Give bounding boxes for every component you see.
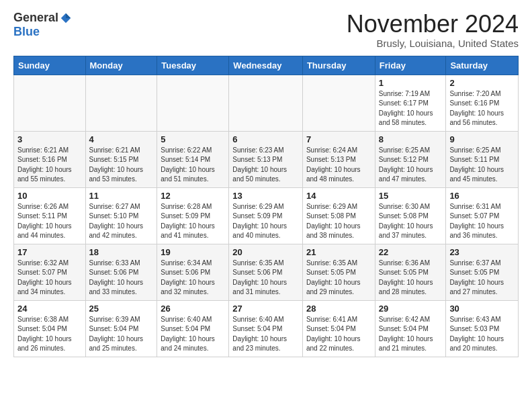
calendar-cell: 10Sunrise: 6:26 AMSunset: 5:11 PMDayligh… — [14, 187, 86, 244]
calendar-cell: 13Sunrise: 6:29 AMSunset: 5:09 PMDayligh… — [229, 187, 303, 244]
day-number: 26 — [161, 304, 225, 314]
calendar-cell: 14Sunrise: 6:29 AMSunset: 5:08 PMDayligh… — [302, 187, 375, 244]
day-number: 3 — [17, 134, 82, 144]
day-number: 13 — [232, 191, 299, 201]
day-info: Sunrise: 7:19 AMSunset: 6:17 PMDaylight:… — [379, 89, 443, 128]
day-number: 29 — [379, 304, 443, 314]
calendar-header-row: SundayMondayTuesdayWednesdayThursdayFrid… — [14, 56, 519, 75]
day-info: Sunrise: 6:25 AMSunset: 5:12 PMDaylight:… — [379, 146, 443, 185]
day-info: Sunrise: 6:27 AMSunset: 5:10 PMDaylight:… — [89, 202, 154, 241]
calendar-cell: 23Sunrise: 6:37 AMSunset: 5:05 PMDayligh… — [446, 244, 519, 300]
day-number: 10 — [17, 191, 82, 201]
calendar-cell: 18Sunrise: 6:33 AMSunset: 5:06 PMDayligh… — [85, 244, 157, 300]
day-info: Sunrise: 6:33 AMSunset: 5:06 PMDaylight:… — [89, 259, 154, 298]
day-info: Sunrise: 6:32 AMSunset: 5:07 PMDaylight:… — [17, 259, 82, 298]
day-number: 21 — [306, 247, 371, 257]
calendar-cell: 2Sunrise: 7:20 AMSunset: 6:16 PMDaylight… — [446, 75, 519, 131]
calendar-week-row: 17Sunrise: 6:32 AMSunset: 5:07 PMDayligh… — [14, 244, 519, 300]
calendar-cell: 24Sunrise: 6:38 AMSunset: 5:04 PMDayligh… — [14, 300, 86, 357]
calendar-cell: 29Sunrise: 6:42 AMSunset: 5:04 PMDayligh… — [375, 300, 446, 357]
day-info: Sunrise: 6:42 AMSunset: 5:04 PMDaylight:… — [379, 315, 443, 354]
day-number: 5 — [161, 134, 225, 144]
day-info: Sunrise: 6:35 AMSunset: 5:06 PMDaylight:… — [232, 259, 299, 298]
day-info: Sunrise: 6:24 AMSunset: 5:13 PMDaylight:… — [306, 146, 371, 185]
day-number: 11 — [89, 191, 154, 201]
day-info: Sunrise: 6:37 AMSunset: 5:05 PMDaylight:… — [449, 259, 515, 298]
calendar-week-row: 1Sunrise: 7:19 AMSunset: 6:17 PMDaylight… — [14, 75, 519, 131]
day-number: 25 — [89, 304, 154, 314]
day-info: Sunrise: 6:29 AMSunset: 5:09 PMDaylight:… — [232, 202, 299, 241]
day-number: 22 — [379, 247, 443, 257]
calendar-week-row: 3Sunrise: 6:21 AMSunset: 5:16 PMDaylight… — [14, 131, 519, 187]
calendar-cell: 28Sunrise: 6:41 AMSunset: 5:04 PMDayligh… — [302, 300, 375, 357]
day-info: Sunrise: 6:30 AMSunset: 5:08 PMDaylight:… — [379, 202, 443, 241]
logo-icon — [60, 12, 72, 24]
day-info: Sunrise: 6:29 AMSunset: 5:08 PMDaylight:… — [306, 202, 371, 241]
col-header-wednesday: Wednesday — [229, 56, 303, 75]
calendar-week-row: 24Sunrise: 6:38 AMSunset: 5:04 PMDayligh… — [14, 300, 519, 357]
calendar-cell: 4Sunrise: 6:21 AMSunset: 5:15 PMDaylight… — [85, 131, 157, 187]
day-number: 14 — [306, 191, 371, 201]
calendar-cell — [302, 75, 375, 131]
calendar-cell: 3Sunrise: 6:21 AMSunset: 5:16 PMDaylight… — [14, 131, 86, 187]
calendar-cell — [229, 75, 303, 131]
calendar-cell — [157, 75, 229, 131]
day-number: 24 — [17, 304, 82, 314]
calendar-cell: 7Sunrise: 6:24 AMSunset: 5:13 PMDaylight… — [302, 131, 375, 187]
col-header-saturday: Saturday — [446, 56, 519, 75]
calendar-cell: 27Sunrise: 6:40 AMSunset: 5:04 PMDayligh… — [229, 300, 303, 357]
svg-marker-1 — [66, 13, 71, 17]
day-info: Sunrise: 6:28 AMSunset: 5:09 PMDaylight:… — [161, 202, 225, 241]
calendar-cell: 8Sunrise: 6:25 AMSunset: 5:12 PMDaylight… — [375, 131, 446, 187]
day-info: Sunrise: 6:25 AMSunset: 5:11 PMDaylight:… — [449, 146, 515, 185]
calendar-cell: 9Sunrise: 6:25 AMSunset: 5:11 PMDaylight… — [446, 131, 519, 187]
day-number: 6 — [232, 134, 299, 144]
day-number: 2 — [449, 78, 515, 88]
col-header-monday: Monday — [85, 56, 157, 75]
calendar-week-row: 10Sunrise: 6:26 AMSunset: 5:11 PMDayligh… — [14, 187, 519, 244]
day-info: Sunrise: 6:40 AMSunset: 5:04 PMDaylight:… — [232, 315, 299, 354]
day-number: 30 — [449, 304, 515, 314]
day-number: 1 — [379, 78, 443, 88]
day-number: 12 — [161, 191, 225, 201]
day-number: 15 — [379, 191, 443, 201]
day-number: 18 — [89, 247, 154, 257]
logo-general-text: General — [13, 11, 58, 25]
month-title: November 2024 — [347, 11, 519, 38]
calendar-cell: 11Sunrise: 6:27 AMSunset: 5:10 PMDayligh… — [85, 187, 157, 244]
day-info: Sunrise: 6:36 AMSunset: 5:05 PMDaylight:… — [379, 259, 443, 298]
day-info: Sunrise: 6:41 AMSunset: 5:04 PMDaylight:… — [306, 315, 371, 354]
day-number: 16 — [449, 191, 515, 201]
calendar-cell: 12Sunrise: 6:28 AMSunset: 5:09 PMDayligh… — [157, 187, 229, 244]
day-info: Sunrise: 6:39 AMSunset: 5:04 PMDaylight:… — [89, 315, 154, 354]
day-info: Sunrise: 6:35 AMSunset: 5:05 PMDaylight:… — [306, 259, 371, 298]
day-info: Sunrise: 6:26 AMSunset: 5:11 PMDaylight:… — [17, 202, 82, 241]
calendar-cell: 21Sunrise: 6:35 AMSunset: 5:05 PMDayligh… — [302, 244, 375, 300]
day-number: 20 — [232, 247, 299, 257]
day-info: Sunrise: 6:21 AMSunset: 5:15 PMDaylight:… — [89, 146, 154, 185]
calendar-cell — [85, 75, 157, 131]
calendar-cell: 20Sunrise: 6:35 AMSunset: 5:06 PMDayligh… — [229, 244, 303, 300]
title-block: November 2024 Brusly, Louisiana, United … — [347, 11, 519, 49]
calendar-table: SundayMondayTuesdayWednesdayThursdayFrid… — [13, 56, 519, 357]
col-header-friday: Friday — [375, 56, 446, 75]
header: General Blue November 2024 Brusly, Louis… — [13, 11, 519, 49]
day-number: 23 — [449, 247, 515, 257]
day-number: 8 — [379, 134, 443, 144]
day-number: 19 — [161, 247, 225, 257]
calendar-cell: 16Sunrise: 6:31 AMSunset: 5:07 PMDayligh… — [446, 187, 519, 244]
calendar-cell: 1Sunrise: 7:19 AMSunset: 6:17 PMDaylight… — [375, 75, 446, 131]
day-number: 27 — [232, 304, 299, 314]
day-info: Sunrise: 6:38 AMSunset: 5:04 PMDaylight:… — [17, 315, 82, 354]
logo-blue-text: Blue — [13, 25, 40, 38]
day-number: 7 — [306, 134, 371, 144]
day-info: Sunrise: 6:31 AMSunset: 5:07 PMDaylight:… — [449, 202, 515, 241]
calendar-cell: 6Sunrise: 6:23 AMSunset: 5:13 PMDaylight… — [229, 131, 303, 187]
col-header-thursday: Thursday — [302, 56, 375, 75]
day-info: Sunrise: 6:22 AMSunset: 5:14 PMDaylight:… — [161, 146, 225, 185]
calendar-cell: 26Sunrise: 6:40 AMSunset: 5:04 PMDayligh… — [157, 300, 229, 357]
day-number: 9 — [449, 134, 515, 144]
calendar-cell — [14, 75, 86, 131]
day-info: Sunrise: 6:34 AMSunset: 5:06 PMDaylight:… — [161, 259, 225, 298]
col-header-sunday: Sunday — [14, 56, 86, 75]
